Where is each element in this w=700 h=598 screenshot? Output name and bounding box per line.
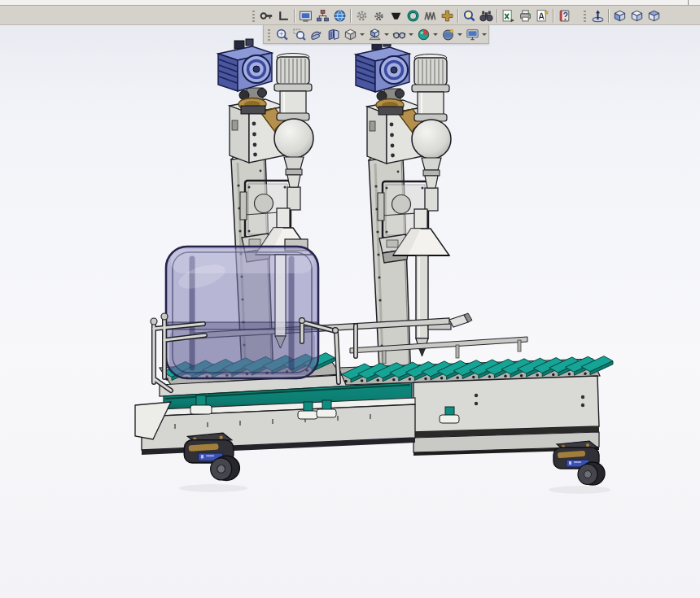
main-toolbar <box>0 7 700 25</box>
hierarchy-icon[interactable] <box>314 7 331 24</box>
filling-lance-right[interactable] <box>416 255 428 356</box>
annotation-doc-icon[interactable] <box>534 7 551 24</box>
gear-icon[interactable] <box>353 7 370 24</box>
toolbar-separator <box>608 9 610 23</box>
toolbar-grip[interactable] <box>582 9 586 22</box>
section-view-icon[interactable] <box>325 26 342 43</box>
help-icon[interactable] <box>556 7 573 24</box>
standard-toolbar <box>258 7 573 24</box>
translucent-container[interactable] <box>166 239 318 378</box>
toolbar-divider <box>688 0 689 5</box>
o-ring-icon[interactable] <box>405 7 422 24</box>
excel-export-icon[interactable] <box>500 7 517 24</box>
swivel-caster-front-left[interactable] <box>184 433 239 480</box>
screen-capture-icon[interactable] <box>297 7 314 24</box>
apply-scene-dropdown[interactable] <box>457 26 464 43</box>
toolbar-separator <box>350 9 352 23</box>
print-icon[interactable] <box>517 7 534 24</box>
guide-rail-rear[interactable] <box>350 337 527 364</box>
view-orientation-cube-icon[interactable] <box>366 26 383 43</box>
view-dimetric-icon[interactable] <box>628 7 645 24</box>
display-style-icon[interactable] <box>342 26 359 43</box>
edit-appearance-icon[interactable] <box>415 26 432 43</box>
view-toolbar-icons <box>273 26 488 43</box>
graphics-viewport[interactable] <box>0 25 700 598</box>
belt-pulley-icon[interactable] <box>387 7 405 24</box>
view-orientation-cube-dropdown[interactable] <box>383 26 391 43</box>
view-toolbar <box>263 25 489 44</box>
gear-small-icon[interactable] <box>370 7 387 24</box>
hide-show-items-dropdown[interactable] <box>408 26 415 43</box>
toolbox-key-icon[interactable] <box>258 7 275 24</box>
solidworks-window <box>0 0 700 598</box>
toolbar-grip[interactable] <box>251 9 255 22</box>
globe-icon[interactable] <box>331 7 348 24</box>
search-icon[interactable] <box>461 7 478 24</box>
binoculars-icon[interactable] <box>478 7 495 24</box>
display-style-dropdown[interactable] <box>359 26 366 43</box>
filling-station-right[interactable] <box>356 40 472 385</box>
corner-icon[interactable] <box>275 7 292 24</box>
hide-show-items-icon[interactable] <box>391 26 408 43</box>
toolbar-separator <box>497 9 498 23</box>
view-settings-icon[interactable] <box>464 26 481 43</box>
cross-fitting-icon[interactable] <box>439 7 456 24</box>
toolbar-grip[interactable] <box>266 28 270 41</box>
toolbar-separator <box>457 9 459 23</box>
rotate-view-icon[interactable] <box>308 26 325 43</box>
view-trimetric-icon[interactable] <box>645 7 663 24</box>
toolbar-separator <box>294 9 295 23</box>
swivel-caster-front-right[interactable] <box>553 441 605 485</box>
zoom-fit-icon[interactable] <box>273 26 291 43</box>
window-top-strip <box>0 0 700 6</box>
model-canvas[interactable] <box>0 25 700 598</box>
view-orientation-toolbar <box>589 7 663 24</box>
spring-icon[interactable] <box>422 7 439 24</box>
toolbar-separator <box>553 9 554 23</box>
edit-appearance-dropdown[interactable] <box>432 26 440 43</box>
view-iso-icon[interactable] <box>611 7 628 24</box>
normal-to-icon[interactable] <box>589 7 606 24</box>
apply-scene-icon[interactable] <box>440 26 457 43</box>
zoom-area-icon[interactable] <box>291 26 308 43</box>
view-settings-dropdown[interactable] <box>481 26 488 43</box>
